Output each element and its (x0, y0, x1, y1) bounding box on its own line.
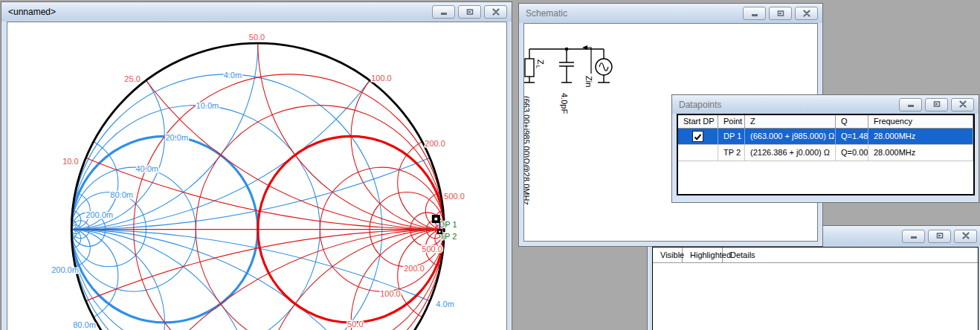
datapoints-window-title: Datapoints (679, 100, 721, 110)
minimize-button[interactable] (743, 7, 766, 20)
load-label: ZL (535, 59, 545, 69)
column-header-z[interactable]: Z (745, 115, 836, 128)
smith-chart[interactable]: 50.025.010.0100.0200.0500.0500.0200.0100… (7, 22, 506, 330)
minimize-icon (750, 8, 759, 19)
close-button[interactable] (951, 98, 974, 111)
column-header-frequency[interactable]: Frequency (868, 115, 973, 128)
close-icon (802, 8, 811, 19)
chart-value-label: 80.0m (110, 190, 133, 199)
maximize-button[interactable] (458, 5, 481, 19)
chart-value-label: 100.0 (371, 74, 392, 82)
cell-frequency: 28.000MHz (868, 145, 973, 161)
wire-junction (565, 48, 569, 51)
minimize-button[interactable] (432, 5, 455, 19)
load-component[interactable]: ZL (525, 59, 545, 77)
zin-annotation: Zin (582, 45, 593, 87)
close-button[interactable] (795, 7, 818, 20)
schematic-window-titlebar[interactable]: Schematic (519, 4, 822, 23)
schematic-window-title: Schematic (526, 8, 567, 19)
smith-window-titlebar[interactable]: <unnamed> (1, 2, 512, 22)
chart-value-label: 200.0m (86, 210, 113, 219)
column-header-q[interactable]: Q (836, 115, 868, 128)
maximize-icon (776, 8, 785, 19)
chart-value-label: 25.0 (124, 74, 140, 83)
chart-value-label: 80.0m (73, 320, 96, 329)
maximize-icon (932, 99, 941, 110)
smith-chart-window: <unnamed> 50.025.010.0100.0200.0500.0500… (1, 1, 512, 330)
chart-boundary-circle (71, 43, 444, 330)
maximize-button[interactable] (925, 98, 948, 111)
column-header-visible[interactable]: Visible (653, 248, 683, 262)
minimize-button[interactable] (902, 230, 925, 243)
chart-value-label: 500.0 (422, 245, 442, 253)
chart-value-label: 4.0m (224, 71, 242, 80)
cell-q: Q=1.486 (836, 129, 868, 144)
chart-value-label: 50.0 (347, 320, 363, 329)
datapoint-marker-tp-2[interactable] (437, 229, 442, 234)
chart-value-label: 10.0m (196, 101, 219, 110)
zin-label: Zin (584, 76, 593, 87)
minimize-icon (906, 99, 915, 110)
chart-value-label: 10.0 (62, 157, 78, 166)
minimize-icon (909, 230, 918, 242)
column-header-details[interactable]: Details (723, 248, 978, 262)
cell-z: (663.000 + j985.000) Ω (745, 129, 836, 144)
cell-frequency: 28.000MHz (868, 129, 973, 144)
smith-chart-canvas-area: 50.025.010.0100.0200.0500.0500.0200.0100… (7, 22, 507, 330)
close-icon (961, 230, 970, 242)
datapoints-table: Start DP Point Z Q Frequency DP 1 (663.0… (677, 114, 975, 195)
chart-value-label: 200.0m (51, 265, 79, 274)
start-dp-checkbox[interactable] (692, 131, 703, 142)
cell-point: DP 1 (718, 129, 745, 144)
close-icon (491, 7, 500, 18)
table-row[interactable]: DP 1 (663.000 + j985.000) Ω Q=1.486 28.0… (678, 129, 973, 145)
close-button[interactable] (484, 5, 507, 19)
minimize-button[interactable] (899, 98, 922, 111)
impedance-grid (7, 22, 506, 330)
maximize-button[interactable] (769, 7, 792, 20)
maximize-icon (935, 230, 944, 242)
chart-value-label: 200.0 (404, 264, 425, 273)
maximize-button[interactable] (928, 230, 951, 243)
datapoints-window: Datapoints Start DP Point Z Q Frequency … (671, 94, 979, 203)
column-header-highlighted[interactable]: Highlighted (683, 248, 723, 262)
cell-start-dp-empty[interactable] (678, 145, 718, 161)
smith-window-title: <unnamed> (8, 7, 56, 17)
chart-value-label: 100.0 (380, 289, 401, 298)
cell-q: Q=0.000 (836, 145, 868, 161)
source-component[interactable] (596, 59, 612, 75)
close-button[interactable] (954, 230, 977, 243)
chart-value-label: 500.0 (444, 192, 465, 201)
capacitor-value-label: 4.0pF (560, 93, 569, 114)
column-header-start-dp[interactable]: Start DP (678, 115, 718, 128)
chart-value-label: 200.0 (425, 139, 445, 148)
table-row[interactable]: TP 2 (2126.386 + j0.000) Ω Q=0.000 28.00… (678, 145, 973, 161)
column-header-point[interactable]: Point (718, 115, 745, 128)
close-icon (958, 99, 967, 110)
chart-value-label: 4.0m (436, 300, 454, 308)
datapoint-marker-dp-1[interactable] (432, 215, 440, 223)
chart-value-label: 40.0m (135, 164, 158, 173)
details-table: Visible Highlighted Details (652, 247, 979, 330)
chart-value-label: DP 1 (439, 220, 457, 229)
minimize-icon (439, 7, 448, 18)
datapoints-window-titlebar[interactable]: Datapoints (672, 95, 979, 114)
cell-z: (2126.386 + j0.000) Ω (745, 145, 836, 161)
datapoints-table-header: Start DP Point Z Q Frequency (678, 115, 973, 129)
impedance-annotation: (663.00+j985.00)Ω@28.0MHz (524, 96, 531, 205)
maximize-icon (465, 7, 474, 18)
chart-value-label: 20.0m (165, 133, 188, 142)
cell-point: TP 2 (718, 145, 745, 161)
chart-value-label: 50.0 (249, 33, 265, 42)
